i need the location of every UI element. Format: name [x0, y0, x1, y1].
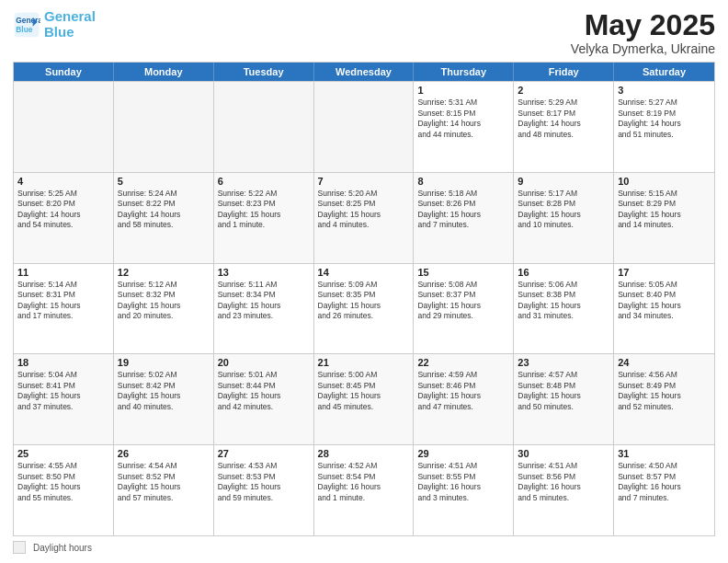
cell-text-0-6: Sunrise: 5:27 AM Sunset: 8:19 PM Dayligh…	[618, 98, 711, 140]
location: Velyka Dymerka, Ukraine	[571, 41, 715, 56]
day-num-15: 15	[417, 267, 509, 278]
logo-general: General	[44, 8, 96, 24]
day-num-1: 1	[417, 85, 509, 96]
cell-1-5: 9Sunrise: 5:17 AM Sunset: 8:28 PM Daylig…	[514, 173, 614, 263]
cell-3-5: 23Sunrise: 4:57 AM Sunset: 8:48 PM Dayli…	[514, 354, 614, 444]
month-title: May 2025	[571, 9, 715, 41]
calendar-header: Sunday Monday Tuesday Wednesday Thursday…	[14, 63, 714, 81]
day-num-29: 29	[417, 448, 509, 459]
cell-text-4-0: Sunrise: 4:55 AM Sunset: 8:50 PM Dayligh…	[17, 461, 109, 503]
cell-text-3-6: Sunrise: 4:56 AM Sunset: 8:49 PM Dayligh…	[618, 370, 711, 412]
day-num-10: 10	[618, 176, 711, 187]
cell-4-0: 25Sunrise: 4:55 AM Sunset: 8:50 PM Dayli…	[14, 445, 114, 535]
day-num-17: 17	[618, 267, 711, 278]
day-num-30: 30	[518, 448, 609, 459]
header-wednesday: Wednesday	[314, 63, 415, 81]
cell-2-5: 16Sunrise: 5:06 AM Sunset: 8:38 PM Dayli…	[514, 264, 614, 354]
page: General Blue General Blue May 2025 Velyk…	[0, 0, 728, 563]
cell-4-6: 31Sunrise: 4:50 AM Sunset: 8:57 PM Dayli…	[614, 445, 714, 535]
cell-0-5: 2Sunrise: 5:29 AM Sunset: 8:17 PM Daylig…	[514, 82, 614, 172]
day-num-13: 13	[218, 267, 310, 278]
cell-text-2-3: Sunrise: 5:09 AM Sunset: 8:35 PM Dayligh…	[318, 280, 410, 322]
day-num-26: 26	[118, 448, 210, 459]
legend: Daylight hours	[13, 541, 715, 554]
day-num-11: 11	[17, 267, 109, 278]
day-num-22: 22	[417, 357, 509, 368]
cell-text-0-5: Sunrise: 5:29 AM Sunset: 8:17 PM Dayligh…	[518, 98, 609, 140]
cell-2-4: 15Sunrise: 5:08 AM Sunset: 8:37 PM Dayli…	[414, 264, 514, 354]
cell-text-1-0: Sunrise: 5:25 AM Sunset: 8:20 PM Dayligh…	[17, 189, 109, 231]
day-num-7: 7	[318, 176, 410, 187]
cell-2-3: 14Sunrise: 5:09 AM Sunset: 8:35 PM Dayli…	[314, 264, 415, 354]
cell-text-1-6: Sunrise: 5:15 AM Sunset: 8:29 PM Dayligh…	[618, 189, 711, 231]
cell-4-3: 28Sunrise: 4:52 AM Sunset: 8:54 PM Dayli…	[314, 445, 415, 535]
cell-4-4: 29Sunrise: 4:51 AM Sunset: 8:55 PM Dayli…	[414, 445, 514, 535]
cell-text-3-2: Sunrise: 5:01 AM Sunset: 8:44 PM Dayligh…	[218, 370, 310, 412]
calendar-row-1: 4Sunrise: 5:25 AM Sunset: 8:20 PM Daylig…	[14, 172, 714, 263]
cell-1-1: 5Sunrise: 5:24 AM Sunset: 8:22 PM Daylig…	[114, 173, 214, 263]
header-saturday: Saturday	[614, 63, 714, 81]
cell-text-3-1: Sunrise: 5:02 AM Sunset: 8:42 PM Dayligh…	[118, 370, 210, 412]
cell-1-4: 8Sunrise: 5:18 AM Sunset: 8:26 PM Daylig…	[414, 173, 514, 263]
cell-4-1: 26Sunrise: 4:54 AM Sunset: 8:52 PM Dayli…	[114, 445, 214, 535]
day-num-12: 12	[118, 267, 210, 278]
logo-blue: Blue	[44, 24, 74, 40]
day-num-5: 5	[118, 176, 210, 187]
logo-text: General Blue	[44, 9, 96, 40]
day-num-6: 6	[218, 176, 310, 187]
header-sunday: Sunday	[14, 63, 114, 81]
cell-text-3-3: Sunrise: 5:00 AM Sunset: 8:45 PM Dayligh…	[318, 370, 410, 412]
cell-1-0: 4Sunrise: 5:25 AM Sunset: 8:20 PM Daylig…	[14, 173, 114, 263]
cell-3-6: 24Sunrise: 4:56 AM Sunset: 8:49 PM Dayli…	[614, 354, 714, 444]
day-num-2: 2	[518, 85, 609, 96]
header-monday: Monday	[114, 63, 214, 81]
svg-text:Blue: Blue	[16, 25, 32, 34]
calendar-row-3: 18Sunrise: 5:04 AM Sunset: 8:41 PM Dayli…	[14, 353, 714, 444]
cell-3-3: 21Sunrise: 5:00 AM Sunset: 8:45 PM Dayli…	[314, 354, 415, 444]
cell-0-3	[314, 82, 415, 172]
header-friday: Friday	[514, 63, 614, 81]
svg-text:General: General	[16, 16, 40, 25]
cell-text-4-5: Sunrise: 4:51 AM Sunset: 8:56 PM Dayligh…	[518, 461, 609, 503]
day-num-21: 21	[318, 357, 410, 368]
day-num-27: 27	[218, 448, 310, 459]
cell-text-2-0: Sunrise: 5:14 AM Sunset: 8:31 PM Dayligh…	[17, 280, 109, 322]
cell-text-2-5: Sunrise: 5:06 AM Sunset: 8:38 PM Dayligh…	[518, 280, 609, 322]
cell-text-1-1: Sunrise: 5:24 AM Sunset: 8:22 PM Dayligh…	[118, 189, 210, 231]
day-num-31: 31	[618, 448, 711, 459]
cell-0-1	[114, 82, 214, 172]
logo: General Blue General Blue	[13, 9, 96, 40]
cell-text-3-0: Sunrise: 5:04 AM Sunset: 8:41 PM Dayligh…	[17, 370, 109, 412]
cell-text-4-4: Sunrise: 4:51 AM Sunset: 8:55 PM Dayligh…	[417, 461, 509, 503]
cell-text-2-2: Sunrise: 5:11 AM Sunset: 8:34 PM Dayligh…	[218, 280, 310, 322]
cell-text-1-3: Sunrise: 5:20 AM Sunset: 8:25 PM Dayligh…	[318, 189, 410, 231]
day-num-24: 24	[618, 357, 711, 368]
cell-text-0-4: Sunrise: 5:31 AM Sunset: 8:15 PM Dayligh…	[417, 98, 509, 140]
cell-1-3: 7Sunrise: 5:20 AM Sunset: 8:25 PM Daylig…	[314, 173, 415, 263]
cell-text-4-6: Sunrise: 4:50 AM Sunset: 8:57 PM Dayligh…	[618, 461, 711, 503]
logo-icon: General Blue	[13, 11, 40, 39]
calendar-row-2: 11Sunrise: 5:14 AM Sunset: 8:31 PM Dayli…	[14, 263, 714, 354]
cell-text-1-5: Sunrise: 5:17 AM Sunset: 8:28 PM Dayligh…	[518, 189, 609, 231]
legend-label: Daylight hours	[33, 543, 92, 553]
header: General Blue General Blue May 2025 Velyk…	[13, 9, 715, 56]
cell-3-0: 18Sunrise: 5:04 AM Sunset: 8:41 PM Dayli…	[14, 354, 114, 444]
cell-3-2: 20Sunrise: 5:01 AM Sunset: 8:44 PM Dayli…	[214, 354, 314, 444]
cell-2-6: 17Sunrise: 5:05 AM Sunset: 8:40 PM Dayli…	[614, 264, 714, 354]
calendar-body: 1Sunrise: 5:31 AM Sunset: 8:15 PM Daylig…	[14, 81, 714, 535]
cell-text-4-1: Sunrise: 4:54 AM Sunset: 8:52 PM Dayligh…	[118, 461, 210, 503]
cell-text-3-4: Sunrise: 4:59 AM Sunset: 8:46 PM Dayligh…	[417, 370, 509, 412]
cell-text-1-2: Sunrise: 5:22 AM Sunset: 8:23 PM Dayligh…	[218, 189, 310, 231]
title-block: May 2025 Velyka Dymerka, Ukraine	[571, 9, 715, 56]
calendar: Sunday Monday Tuesday Wednesday Thursday…	[13, 62, 715, 536]
cell-4-2: 27Sunrise: 4:53 AM Sunset: 8:53 PM Dayli…	[214, 445, 314, 535]
day-num-4: 4	[17, 176, 109, 187]
day-num-19: 19	[118, 357, 210, 368]
cell-4-5: 30Sunrise: 4:51 AM Sunset: 8:56 PM Dayli…	[514, 445, 614, 535]
cell-1-6: 10Sunrise: 5:15 AM Sunset: 8:29 PM Dayli…	[614, 173, 714, 263]
cell-3-1: 19Sunrise: 5:02 AM Sunset: 8:42 PM Dayli…	[114, 354, 214, 444]
cell-1-2: 6Sunrise: 5:22 AM Sunset: 8:23 PM Daylig…	[214, 173, 314, 263]
day-num-18: 18	[17, 357, 109, 368]
day-num-25: 25	[17, 448, 109, 459]
header-tuesday: Tuesday	[214, 63, 314, 81]
